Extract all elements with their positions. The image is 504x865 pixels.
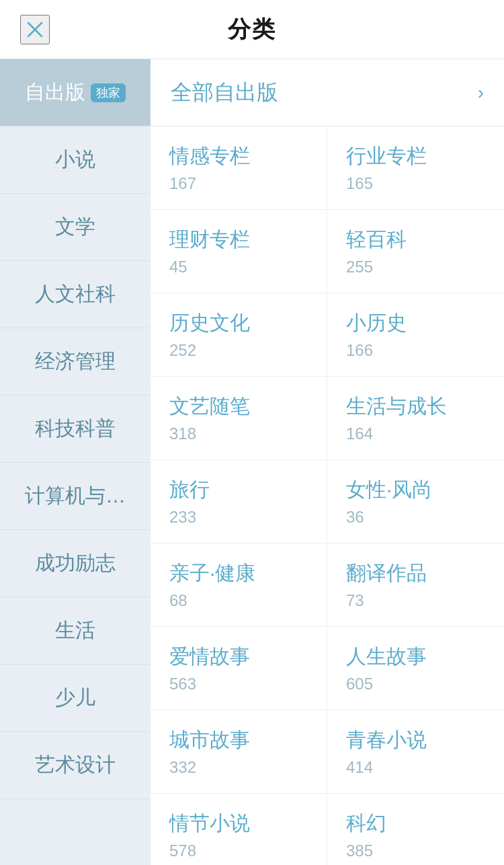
sidebar-item-jingji[interactable]: 经济管理	[0, 328, 151, 396]
sidebar-item-label: 科技科普	[35, 415, 116, 443]
category-count: 385	[346, 841, 485, 860]
category-name: 亲子·健康	[169, 560, 308, 587]
exclusive-badge: 独家	[91, 83, 126, 102]
category-name: 文艺随笔	[169, 393, 308, 420]
sidebar-item-label: 文学	[55, 213, 95, 241]
category-name: 轻百科	[346, 226, 485, 254]
category-count: 252	[169, 341, 308, 360]
full-category-row[interactable]: 全部自出版 ›	[151, 59, 504, 126]
sidebar-item-zichu[interactable]: 自出版独家	[0, 59, 151, 126]
category-cell[interactable]: 轻百科255	[327, 210, 504, 293]
category-count: 332	[169, 758, 308, 777]
chevron-right-icon: ›	[478, 82, 484, 104]
full-category-label: 全部自出版	[171, 78, 278, 108]
sidebar-item-shaoner[interactable]: 少儿	[0, 665, 151, 732]
sidebar-item-yishu[interactable]: 艺术设计	[0, 732, 151, 799]
category-grid: 情感专栏167行业专栏165理财专栏45轻百科255历史文化252小历史166文…	[151, 126, 504, 865]
main-layout: 自出版独家小说文学人文社科经济管理科技科普计算机与…成功励志生活少儿艺术设计 全…	[0, 59, 504, 865]
category-count: 233	[169, 508, 308, 527]
sidebar-item-wenxue[interactable]: 文学	[0, 194, 151, 261]
category-name: 理财专栏	[169, 226, 308, 254]
category-name: 青春小说	[346, 726, 485, 754]
sidebar-item-label: 计算机与…	[25, 482, 126, 510]
category-name: 女性·风尚	[346, 476, 485, 504]
category-name: 生活与成长	[346, 393, 485, 420]
sidebar-item-label: 小说	[55, 146, 95, 174]
category-name: 科幻	[346, 810, 485, 837]
category-count: 605	[346, 675, 485, 693]
page-title: 分类	[228, 14, 276, 45]
sidebar-item-label: 成功励志	[35, 550, 116, 577]
category-count: 255	[346, 258, 485, 276]
category-name: 翻译作品	[346, 560, 485, 587]
category-name: 历史文化	[169, 309, 308, 337]
category-cell[interactable]: 文艺随笔318	[151, 377, 327, 460]
category-count: 318	[169, 424, 308, 443]
category-count: 165	[346, 174, 485, 193]
category-cell[interactable]: 情感专栏167	[151, 126, 327, 210]
category-count: 36	[346, 508, 485, 527]
category-count: 45	[169, 258, 308, 276]
sidebar-item-label: 人文社科	[35, 280, 116, 308]
category-cell[interactable]: 青春小说414	[327, 710, 504, 794]
content-area: 全部自出版 › 情感专栏167行业专栏165理财专栏45轻百科255历史文化25…	[151, 59, 504, 865]
category-cell[interactable]: 旅行233	[151, 460, 327, 543]
category-name: 小历史	[346, 309, 485, 337]
category-cell[interactable]: 爱情故事563	[151, 627, 327, 710]
category-name: 情感专栏	[169, 143, 308, 170]
sidebar-item-keji[interactable]: 科技科普	[0, 396, 151, 463]
category-count: 73	[346, 591, 485, 610]
sidebar-item-renwen[interactable]: 人文社科	[0, 261, 151, 328]
category-cell[interactable]: 女性·风尚36	[327, 460, 504, 543]
category-cell[interactable]: 小历史166	[327, 293, 504, 377]
header: 分类	[0, 0, 504, 59]
close-button[interactable]	[20, 15, 50, 44]
category-cell[interactable]: 亲子·健康68	[151, 543, 327, 627]
category-count: 164	[346, 424, 485, 443]
sidebar-item-label: 艺术设计	[35, 751, 116, 779]
sidebar-item-label: 经济管理	[35, 348, 116, 375]
category-name: 人生故事	[346, 643, 485, 671]
category-count: 414	[346, 758, 485, 777]
category-name: 城市故事	[169, 726, 308, 754]
category-name: 爱情故事	[169, 643, 308, 671]
sidebar-item-chenggong[interactable]: 成功励志	[0, 530, 151, 597]
category-cell[interactable]: 科幻385	[327, 794, 504, 865]
sidebar-item-shenghuo[interactable]: 生活	[0, 597, 151, 665]
category-cell[interactable]: 情节小说578	[151, 794, 327, 865]
category-cell[interactable]: 城市故事332	[151, 710, 327, 794]
category-count: 563	[169, 675, 308, 693]
category-cell[interactable]: 理财专栏45	[151, 210, 327, 293]
sidebar-item-label: 自出版	[25, 79, 85, 106]
category-count: 578	[169, 841, 308, 860]
category-cell[interactable]: 生活与成长164	[327, 377, 504, 460]
sidebar: 自出版独家小说文学人文社科经济管理科技科普计算机与…成功励志生活少儿艺术设计	[0, 59, 151, 865]
category-cell[interactable]: 翻译作品73	[327, 543, 504, 627]
category-cell[interactable]: 历史文化252	[151, 293, 327, 377]
category-count: 167	[169, 174, 308, 193]
category-name: 情节小说	[169, 810, 308, 837]
category-cell[interactable]: 行业专栏165	[327, 126, 504, 210]
sidebar-item-label: 生活	[55, 617, 95, 644]
category-name: 旅行	[169, 476, 308, 504]
sidebar-item-label: 少儿	[55, 684, 95, 712]
category-count: 166	[346, 341, 485, 360]
category-count: 68	[169, 591, 308, 610]
category-cell[interactable]: 人生故事605	[327, 627, 504, 710]
sidebar-item-xiaoshuo[interactable]: 小说	[0, 126, 151, 194]
category-name: 行业专栏	[346, 143, 485, 170]
sidebar-item-jisuanji[interactable]: 计算机与…	[0, 463, 151, 530]
